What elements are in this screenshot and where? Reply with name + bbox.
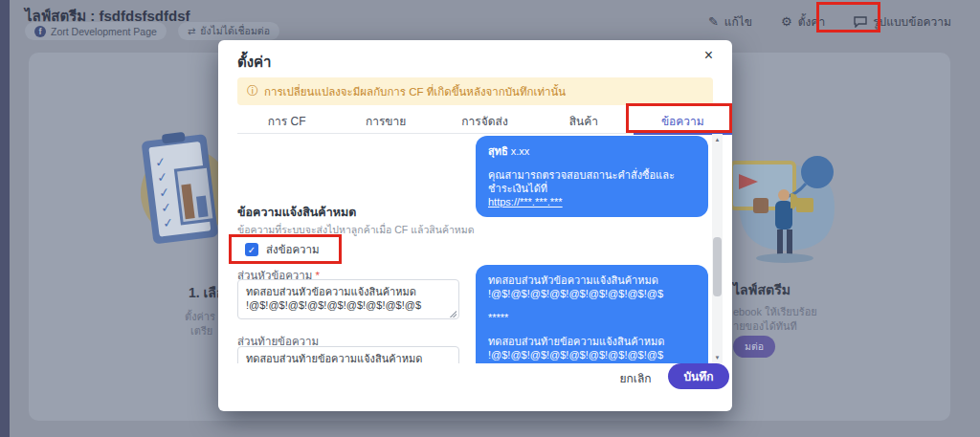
tab-sale-label: การขาย xyxy=(366,112,406,130)
resize-handle-icon[interactable] xyxy=(449,310,457,317)
preview-line2: !@$!@$!@$!@$!@$!@$!@$!@$!@$ xyxy=(488,287,696,300)
tab-sale[interactable]: การขาย xyxy=(336,108,434,133)
svg-text:✓: ✓ xyxy=(154,154,167,169)
order-status-link[interactable]: https://***.***.*** xyxy=(488,196,563,208)
preview-line4: !@$!@$!@$!@$!@$!@$!@$!@$!@$ xyxy=(488,348,696,361)
modal-scrollbar[interactable]: ▲ ▼ xyxy=(712,134,723,363)
annotation-box-message-tab xyxy=(626,103,732,133)
screen: ไลฟ์สตรีม : fsdfdsfsdfdsf f Zort Develop… xyxy=(0,0,980,437)
scrollbar-thumb[interactable] xyxy=(713,237,722,296)
preview-line1: ทดสอบส่วนหัวข้อความแจ้งสินค้าหมด xyxy=(488,273,696,287)
svg-text:✓: ✓ xyxy=(160,200,172,215)
warning-banner: ⓘ การเปลี่ยนแปลงจะมีผลกับการ CF ที่เกิดข… xyxy=(237,77,713,105)
modal-title: ตั้งค่า xyxy=(237,51,272,74)
tab-shipping-label: การจัดส่ง xyxy=(461,112,507,130)
edit-button[interactable]: ✎ แก้ไข xyxy=(708,12,752,31)
svg-text:✓: ✓ xyxy=(158,185,170,200)
cancel-button[interactable]: ยกเลิก xyxy=(609,369,662,387)
preview-separator: ***** xyxy=(488,311,696,324)
tab-cf[interactable]: การ CF xyxy=(237,108,336,133)
facebook-page-name: Zort Development Page xyxy=(51,26,157,37)
settings-modal: ตั้งค่า × ⓘ การเปลี่ยนแปลงจะมีผลกับการ C… xyxy=(218,40,732,411)
facebook-icon: f xyxy=(34,26,46,37)
connection-status-label: ยังไม่ได้เชื่อมต่อ xyxy=(200,23,270,39)
step-left-line2: เตรีย xyxy=(190,322,212,339)
preview-line3: ทดสอบส่วนท้ายข้อความแจ้งสินค้าหมด xyxy=(488,335,696,348)
tab-product-label: สินค้า xyxy=(569,112,598,130)
modal-scroll-body: สุทธิ x.xx คุณสามารถตรวจสอบสถานะคำสั่งซื… xyxy=(218,134,732,363)
annotation-box-settings xyxy=(816,2,880,33)
warning-banner-text: การเปลี่ยนแปลงจะมีผลกับการ CF ที่เกิดขึ้… xyxy=(264,83,566,100)
chat-preview-soldout-bubble: ทดสอบส่วนหัวข้อความแจ้งสินค้าหมด !@$!@$!… xyxy=(476,265,708,363)
tab-cf-label: การ CF xyxy=(268,112,306,130)
tab-product[interactable]: สินค้า xyxy=(534,108,633,133)
facebook-page-badge: f Zort Development Page xyxy=(25,22,167,40)
tab-shipping[interactable]: การจัดส่ง xyxy=(435,108,534,133)
message-format-label: รูปแบบข้อความ xyxy=(873,12,951,31)
info-icon: ⓘ xyxy=(247,83,258,99)
scroll-up-icon[interactable]: ▲ xyxy=(712,134,723,145)
pencil-icon: ✎ xyxy=(708,14,719,29)
chat-preview-order-bubble: สุทธิ x.xx คุณสามารถตรวจสอบสถานะคำสั่งซื… xyxy=(476,136,708,217)
gear-icon: ⚙ xyxy=(781,14,792,29)
section-title: ข้อความแจ้งสินค้าหมด xyxy=(237,203,356,222)
svg-text:✓: ✓ xyxy=(156,169,168,185)
footer-field-wrap: ทดสอบส่วนท้ายข้อความแจ้งสินค้าหมด xyxy=(237,346,459,363)
connection-status-badge: ⇄ ยังไม่ได้เชื่อมต่อ xyxy=(178,22,279,40)
step-right-line2: ายของได้ทันที xyxy=(733,317,797,335)
annotation-box-checkbox xyxy=(229,234,342,264)
connect-button[interactable]: มต่อ xyxy=(733,336,775,358)
close-icon[interactable]: × xyxy=(704,48,713,63)
status-line: คุณสามารถตรวจสอบสถานะคำสั่งซื้อและชำระเง… xyxy=(488,168,696,195)
disconnected-icon: ⇄ xyxy=(188,26,195,36)
footer-message-textarea[interactable]: ทดสอบส่วนท้ายข้อความแจ้งสินค้าหมด xyxy=(237,346,459,363)
net-value: x.xx xyxy=(511,145,530,157)
page-badges: f Zort Development Page ⇄ ยังไม่ได้เชื่อ… xyxy=(25,22,279,40)
header-field-wrap: ทดสอบส่วนหัวข้อความแจ้งสินค้าหมด !@$!@$!… xyxy=(237,279,459,323)
scroll-down-icon[interactable]: ▼ xyxy=(712,352,723,363)
edit-label: แก้ไข xyxy=(724,12,752,31)
save-button[interactable]: บันทึก xyxy=(668,363,729,389)
svg-text:✓: ✓ xyxy=(162,215,174,230)
step-right-title: ไลฟ์สตรีม xyxy=(733,279,791,300)
livestream-illustration xyxy=(729,145,844,265)
header-message-textarea[interactable]: ทดสอบส่วนหัวข้อความแจ้งสินค้าหมด !@$!@$!… xyxy=(237,279,459,319)
net-label: สุทธิ xyxy=(488,145,508,157)
app-sidebar-strip xyxy=(0,0,10,437)
